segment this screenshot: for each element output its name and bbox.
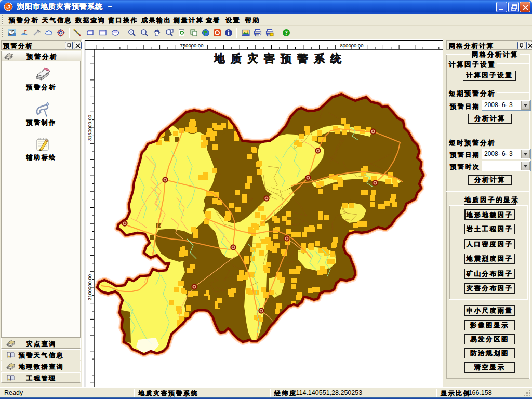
svg-text:750000.00: 750000.00 <box>180 43 204 48</box>
svg-text:800000.00: 800000.00 <box>340 43 364 48</box>
svg-text:3150000.00: 3150000.00 <box>87 115 92 141</box>
svg-text:?: ? <box>285 30 288 36</box>
svg-text:3100000.00: 3100000.00 <box>87 274 92 300</box>
